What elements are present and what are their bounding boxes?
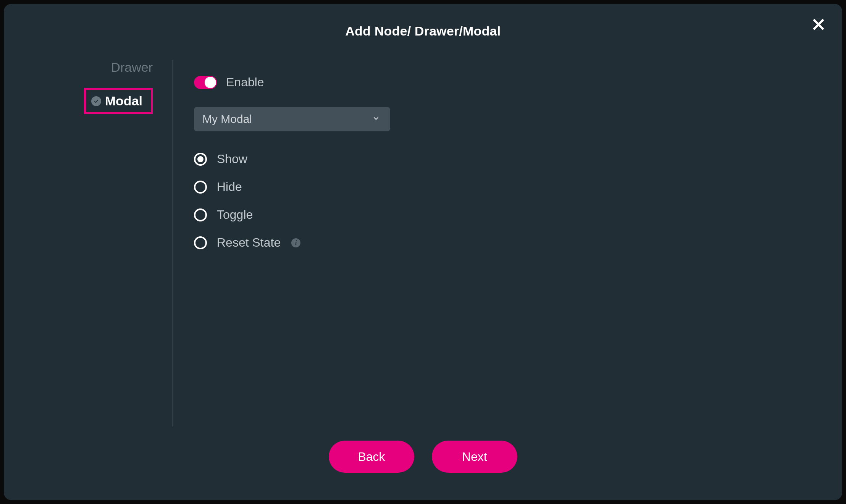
close-button[interactable] — [810, 17, 827, 34]
vertical-divider — [172, 60, 173, 426]
action-radio-group: Show Hide Toggle Reset State i — [194, 152, 390, 250]
sidebar-item-modal[interactable]: Modal — [84, 88, 153, 114]
content-area: Enable My Modal Show Hide — [180, 60, 390, 441]
sidebar-item-drawer[interactable]: Drawer — [111, 60, 153, 75]
check-circle-icon — [91, 96, 101, 106]
dialog-body: Drawer Modal Enable My Modal — [4, 39, 842, 441]
radio-icon — [194, 208, 207, 221]
chevron-down-icon — [372, 114, 380, 124]
next-button[interactable]: Next — [432, 441, 517, 473]
dropdown-selected-label: My Modal — [202, 113, 252, 126]
step-sidebar: Drawer Modal — [11, 60, 164, 441]
enable-toggle[interactable] — [194, 76, 217, 89]
footer-buttons: Back Next — [4, 441, 842, 500]
info-icon[interactable]: i — [291, 238, 300, 247]
radio-option-hide[interactable]: Hide — [194, 180, 390, 194]
modal-select-dropdown[interactable]: My Modal — [194, 107, 390, 131]
toggle-knob — [205, 77, 216, 88]
radio-option-toggle[interactable]: Toggle — [194, 208, 390, 222]
enable-toggle-row: Enable — [194, 75, 390, 89]
radio-label: Reset State — [217, 236, 281, 250]
enable-toggle-label: Enable — [226, 75, 264, 89]
radio-label: Hide — [217, 180, 242, 194]
close-icon — [811, 17, 826, 33]
radio-icon — [194, 181, 207, 194]
radio-icon — [194, 153, 207, 166]
radio-option-show[interactable]: Show — [194, 152, 390, 166]
sidebar-item-label: Modal — [105, 94, 142, 108]
radio-label: Show — [217, 152, 247, 166]
radio-icon — [194, 236, 207, 249]
back-button[interactable]: Back — [329, 441, 414, 473]
modal-panel: Add Node/ Drawer/Modal Drawer Modal Enab… — [4, 4, 842, 500]
dialog-title: Add Node/ Drawer/Modal — [4, 4, 842, 39]
radio-option-reset-state[interactable]: Reset State i — [194, 236, 390, 250]
radio-label: Toggle — [217, 208, 253, 222]
